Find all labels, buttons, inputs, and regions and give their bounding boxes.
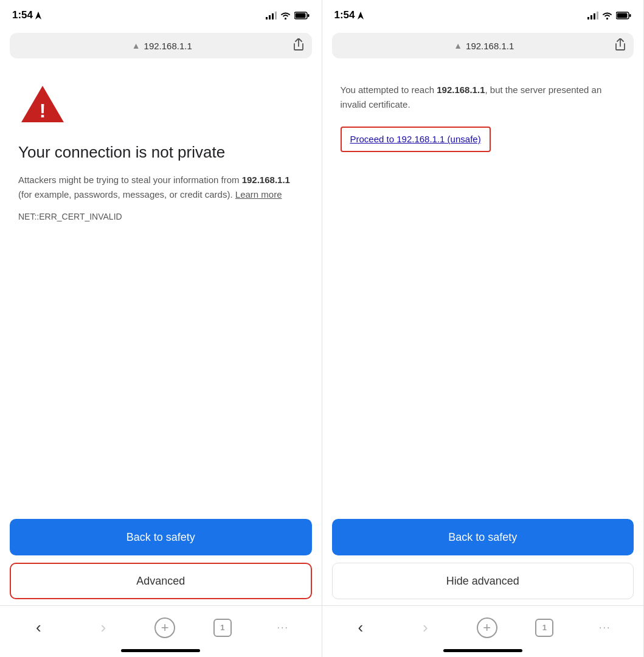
address-center-left: ▲ 192.168.1.1 xyxy=(30,41,294,51)
svg-rect-14 xyxy=(594,13,595,19)
address-bar-container-left: ▲ 192.168.1.1 xyxy=(0,30,322,64)
svg-rect-12 xyxy=(587,17,589,19)
svg-rect-18 xyxy=(629,14,631,17)
back-button-left[interactable]: ‹ xyxy=(25,614,52,641)
svg-rect-19 xyxy=(617,13,628,18)
more-button-left[interactable]: ··· xyxy=(269,614,296,641)
signal-icon-left xyxy=(266,12,277,19)
battery-icon-right xyxy=(616,12,631,19)
main-content-right: You attempted to reach 192.168.1.1, but … xyxy=(322,64,644,296)
tab-count-left[interactable]: 1 xyxy=(213,619,232,637)
learn-more-link[interactable]: Learn more xyxy=(235,189,282,200)
svg-point-5 xyxy=(285,18,286,19)
home-indicator-right xyxy=(443,649,522,652)
address-bar-right[interactable]: ▲ 192.168.1.1 xyxy=(332,33,634,58)
status-bar-right: 1:54 xyxy=(322,0,644,30)
svg-rect-2 xyxy=(269,15,271,19)
address-center-right: ▲ 192.168.1.1 xyxy=(353,41,616,51)
back-to-safety-button-right[interactable]: Back to safety xyxy=(332,519,634,555)
left-phone-panel: 1:54 xyxy=(0,0,322,657)
status-time-left: 1:54 xyxy=(12,9,41,21)
svg-text:!: ! xyxy=(40,100,46,122)
bottom-buttons-right: Back to safety Hide advanced xyxy=(322,509,644,605)
home-indicator-left xyxy=(121,649,200,652)
svg-rect-8 xyxy=(295,13,305,18)
svg-rect-7 xyxy=(308,14,310,17)
wifi-icon-left xyxy=(280,12,291,19)
warning-triangle-icon: ! xyxy=(18,83,67,125)
signal-icon-right xyxy=(587,12,598,19)
location-arrow-icon-left xyxy=(35,12,41,19)
advanced-button-left[interactable]: Advanced xyxy=(10,563,312,599)
error-code: NET::ERR_CERT_INVALID xyxy=(18,212,303,221)
warning-icon-container: ! xyxy=(18,83,303,128)
back-to-safety-button-left[interactable]: Back to safety xyxy=(10,519,312,555)
info-text: You attempted to reach 192.168.1.1, but … xyxy=(341,83,626,112)
share-icon-right[interactable] xyxy=(615,38,625,54)
more-button-right[interactable]: ··· xyxy=(592,614,618,641)
wifi-icon-right xyxy=(602,12,612,19)
forward-button-right[interactable]: › xyxy=(412,614,438,641)
svg-rect-1 xyxy=(266,17,268,19)
new-tab-button-right[interactable]: + xyxy=(477,617,497,638)
status-icons-left xyxy=(266,12,310,19)
main-content-left: ! Your connection is not private Attacke… xyxy=(0,64,322,296)
address-url-right: 192.168.1.1 xyxy=(466,41,514,51)
forward-button-left[interactable]: › xyxy=(90,614,117,641)
address-bar-left[interactable]: ▲ 192.168.1.1 xyxy=(10,33,312,58)
new-tab-button-left[interactable]: + xyxy=(154,617,175,638)
back-button-right[interactable]: ‹ xyxy=(347,614,374,641)
address-bar-container-right: ▲ 192.168.1.1 xyxy=(322,30,644,64)
svg-rect-13 xyxy=(590,15,592,19)
address-warning-icon-left: ▲ xyxy=(132,41,140,50)
svg-marker-0 xyxy=(35,12,41,19)
status-bar-left: 1:54 xyxy=(0,0,322,30)
svg-rect-4 xyxy=(275,12,277,19)
proceed-link[interactable]: Proceed to 192.168.1.1 (unsafe) xyxy=(350,134,481,144)
battery-icon-left xyxy=(294,12,310,19)
bottom-buttons-left: Back to safety Advanced xyxy=(0,509,322,605)
location-arrow-icon-right xyxy=(358,12,364,19)
address-url-left: 192.168.1.1 xyxy=(144,41,192,51)
svg-marker-11 xyxy=(358,12,364,19)
nav-bar-left: ‹ › + 1 ··· xyxy=(0,605,322,649)
error-title: Your connection is not private xyxy=(18,142,303,163)
tab-count-right[interactable]: 1 xyxy=(535,619,553,637)
hide-advanced-button-right[interactable]: Hide advanced xyxy=(332,563,634,599)
svg-point-16 xyxy=(606,18,608,19)
nav-bar-right: ‹ › + 1 ··· xyxy=(322,605,644,649)
address-warning-icon-right: ▲ xyxy=(454,41,462,50)
share-icon-left[interactable] xyxy=(294,38,303,54)
svg-rect-3 xyxy=(272,13,274,19)
status-icons-right xyxy=(587,12,631,19)
proceed-link-box: Proceed to 192.168.1.1 (unsafe) xyxy=(341,127,491,152)
status-time-right: 1:54 xyxy=(334,9,364,21)
right-phone-panel: 1:54 xyxy=(322,0,645,657)
svg-rect-15 xyxy=(597,12,598,19)
error-description: Attackers might be trying to steal your … xyxy=(18,173,303,202)
